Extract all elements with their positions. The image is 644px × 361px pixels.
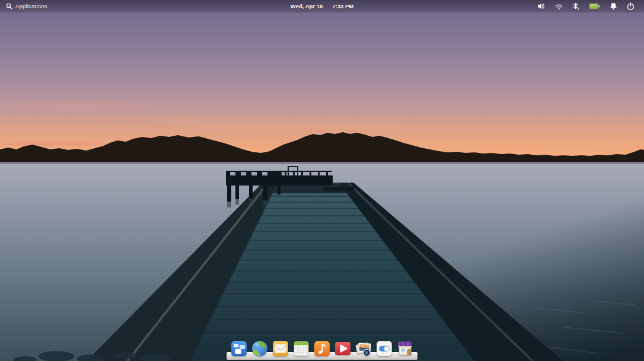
windows-icon <box>230 340 248 357</box>
bluetooth-icon <box>572 2 579 10</box>
wifi-icon <box>555 3 563 10</box>
dock-app-system-settings[interactable] <box>375 340 393 357</box>
volume-indicator[interactable] <box>533 0 550 12</box>
datetime-indicator[interactable]: Wed, Apr 10 7:33 PM <box>291 0 353 12</box>
bell-icon <box>610 2 617 10</box>
dock-app-photos[interactable] <box>355 340 372 357</box>
dock-app-mail[interactable] <box>272 340 289 357</box>
dock-app-web-browser[interactable] <box>251 340 269 357</box>
panel-time: 7:33 PM <box>332 3 353 9</box>
dock-app-calendar[interactable] <box>292 340 310 357</box>
play-icon <box>334 340 352 357</box>
applications-label: Applications <box>15 3 47 9</box>
dock-icons <box>230 340 414 357</box>
speaker-icon <box>537 2 546 10</box>
dock-app-videos[interactable] <box>334 340 352 357</box>
network-indicator[interactable] <box>550 0 568 12</box>
wallpaper-scene <box>0 0 644 361</box>
photo-stack-icon <box>355 340 372 357</box>
top-panel: Applications Wed, Apr 10 7:33 PM <box>0 0 644 12</box>
dock-app-music[interactable] <box>313 340 331 357</box>
dock-app-appcenter[interactable] <box>396 340 414 357</box>
globe-icon <box>251 340 269 357</box>
pier-end-platform <box>226 175 333 186</box>
bluetooth-indicator[interactable] <box>568 0 584 12</box>
storefront-icon <box>396 340 414 357</box>
power-icon <box>627 2 635 10</box>
envelope-icon <box>272 340 289 357</box>
battery-indicator[interactable] <box>584 0 605 12</box>
music-note-icon <box>313 340 331 357</box>
toggle-icon <box>375 340 393 357</box>
search-icon <box>6 3 12 9</box>
wallpaper <box>0 0 644 361</box>
battery-icon <box>589 3 600 9</box>
panel-indicators <box>533 0 644 12</box>
calendar-icon <box>292 340 310 357</box>
dock-app-multitasking-view[interactable] <box>230 340 248 357</box>
applications-menu[interactable]: Applications <box>0 0 53 12</box>
session-indicator[interactable] <box>622 0 639 12</box>
panel-date: Wed, Apr 10 <box>291 3 323 9</box>
notifications-indicator[interactable] <box>605 0 622 12</box>
dock <box>224 336 420 361</box>
desktop: Applications Wed, Apr 10 7:33 PM <box>0 0 644 361</box>
